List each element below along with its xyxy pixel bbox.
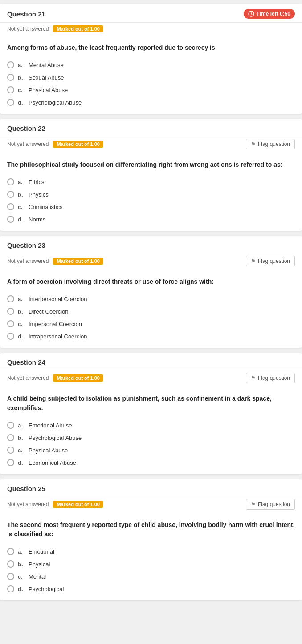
option-radio-q22-1[interactable] (7, 191, 14, 198)
option-row[interactable]: d.Psychological (7, 583, 295, 595)
question-header: Question 22 (0, 119, 302, 136)
option-radio-q24-1[interactable] (7, 434, 14, 441)
option-radio-q23-1[interactable] (7, 308, 14, 315)
question-number: Question 24 (7, 358, 45, 366)
option-text: Psychological (29, 586, 64, 592)
option-text: Emotional Abuse (29, 422, 72, 429)
not-answered-label: Not yet answered (7, 258, 49, 264)
option-letter: d. (18, 216, 25, 223)
option-letter: b. (18, 308, 25, 315)
option-row[interactable]: a.Interpersonal Coercion (7, 293, 295, 305)
question-body: Among forms of abuse, the least frequent… (0, 36, 302, 114)
option-text: Norms (29, 216, 45, 223)
option-radio-q21-1[interactable] (7, 74, 14, 81)
question-body: A form of coercion involving direct thre… (0, 270, 302, 348)
question-text: The philosophical study focused on diffe… (7, 160, 295, 169)
option-radio-q22-0[interactable] (7, 178, 14, 185)
option-text: Emotional (29, 548, 54, 555)
option-letter: c. (18, 573, 25, 580)
option-radio-q24-2[interactable] (7, 447, 14, 454)
option-letter: d. (18, 99, 25, 106)
marked-badge: Marked out of 1.00 (53, 25, 103, 32)
question-body: A child being subjected to isolation as … (0, 387, 302, 474)
option-radio-q25-1[interactable] (7, 560, 14, 568)
option-row[interactable]: b.Physics (7, 188, 295, 201)
question-number: Question 22 (7, 125, 45, 132)
option-row[interactable]: a.Mental Abuse (7, 59, 295, 71)
option-radio-q25-3[interactable] (7, 585, 14, 592)
option-text: Intrapersonal Coercion (29, 333, 87, 340)
option-letter: b. (18, 74, 25, 81)
question-card-q22: Question 22Not yet answeredMarked out of… (0, 119, 302, 231)
option-row[interactable]: d.Psychological Abuse (7, 96, 295, 109)
option-radio-q23-0[interactable] (7, 295, 14, 302)
flag-question-button[interactable]: ⚑Flag question (246, 373, 295, 383)
question-meta: Not yet answeredMarked out of 1.00⚑Flag … (0, 136, 302, 153)
option-radio-q21-3[interactable] (7, 99, 14, 106)
option-row[interactable]: d.Intrapersonal Coercion (7, 330, 295, 342)
option-row[interactable]: c.Criminalistics (7, 201, 295, 213)
option-row[interactable]: c.Physical Abuse (7, 84, 295, 96)
flag-label: Flag question (258, 141, 290, 147)
option-radio-q22-2[interactable] (7, 203, 14, 210)
option-row[interactable]: c.Mental (7, 570, 295, 583)
question-card-q23: Question 23Not yet answeredMarked out of… (0, 236, 302, 348)
question-card-q25: Question 25Not yet answeredMarked out of… (0, 479, 302, 600)
option-text: Economical Abuse (29, 459, 76, 466)
question-header: Question 25 (0, 479, 302, 496)
option-letter: a. (18, 296, 25, 302)
option-radio-q25-2[interactable] (7, 573, 14, 580)
option-text: Criminalistics (29, 204, 63, 210)
option-radio-q23-3[interactable] (7, 333, 14, 340)
flag-icon: ⚑ (251, 501, 256, 507)
option-radio-q21-0[interactable] (7, 61, 14, 68)
flag-icon: ⚑ (251, 375, 256, 381)
not-answered-label: Not yet answered (7, 141, 49, 147)
option-letter: c. (18, 447, 25, 454)
flag-question-button[interactable]: ⚑Flag question (246, 139, 295, 149)
timer-icon (248, 11, 254, 17)
option-radio-q25-0[interactable] (7, 548, 14, 555)
question-text: A child being subjected to isolation as … (7, 394, 295, 413)
option-row[interactable]: b.Physical (7, 558, 295, 570)
option-text: Psychological Abuse (29, 99, 82, 106)
option-row[interactable]: c.Impersonal Coercion (7, 318, 295, 330)
option-text: Mental (29, 573, 46, 580)
option-letter: c. (18, 87, 25, 93)
option-radio-q24-0[interactable] (7, 422, 14, 429)
option-row[interactable]: a.Ethics (7, 176, 295, 188)
option-row[interactable]: a.Emotional (7, 545, 295, 558)
option-row[interactable]: b.Psychological Abuse (7, 431, 295, 444)
option-row[interactable]: d.Economical Abuse (7, 456, 295, 469)
option-letter: b. (18, 435, 25, 441)
option-row[interactable]: b.Direct Coercion (7, 305, 295, 318)
flag-label: Flag question (258, 501, 290, 507)
question-meta: Not yet answeredMarked out of 1.00⚑Flag … (0, 370, 302, 387)
option-radio-q22-3[interactable] (7, 216, 14, 223)
marked-badge: Marked out of 1.00 (53, 501, 103, 508)
option-text: Ethics (29, 179, 44, 185)
timer-text: Time left 0:50 (257, 11, 290, 17)
option-row[interactable]: a.Emotional Abuse (7, 419, 295, 431)
option-letter: d. (18, 459, 25, 466)
option-text: Direct Coercion (29, 308, 69, 315)
flag-question-button[interactable]: ⚑Flag question (246, 256, 295, 266)
marked-badge: Marked out of 1.00 (53, 374, 103, 382)
option-letter: c. (18, 204, 25, 210)
question-number: Question 23 (7, 242, 45, 249)
option-radio-q24-3[interactable] (7, 459, 14, 466)
option-radio-q23-2[interactable] (7, 320, 14, 327)
flag-label: Flag question (258, 375, 290, 381)
question-text: Among forms of abuse, the least frequent… (7, 43, 295, 52)
option-row[interactable]: d.Norms (7, 213, 295, 225)
flag-question-button[interactable]: ⚑Flag question (246, 499, 295, 510)
option-row[interactable]: b.Sexual Abuse (7, 71, 295, 84)
question-meta: Not yet answeredMarked out of 1.00⚑Flag … (0, 496, 302, 513)
option-radio-q21-2[interactable] (7, 86, 14, 93)
question-header: Question 23 (0, 236, 302, 253)
question-number: Question 21 (7, 10, 45, 18)
svg-line-2 (251, 14, 252, 15)
option-text: Impersonal Coercion (29, 321, 82, 327)
option-row[interactable]: c.Physical Abuse (7, 444, 295, 456)
marked-badge: Marked out of 1.00 (53, 141, 103, 148)
